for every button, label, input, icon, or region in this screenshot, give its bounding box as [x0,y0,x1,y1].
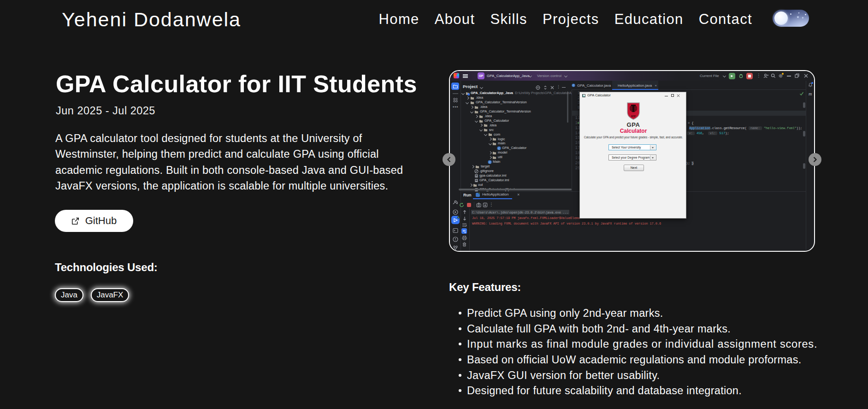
svg-text:C: C [498,147,500,150]
svg-text:IIT: IIT [631,114,636,118]
svg-text:C: C [573,84,574,87]
svg-text:C: C [489,161,490,164]
